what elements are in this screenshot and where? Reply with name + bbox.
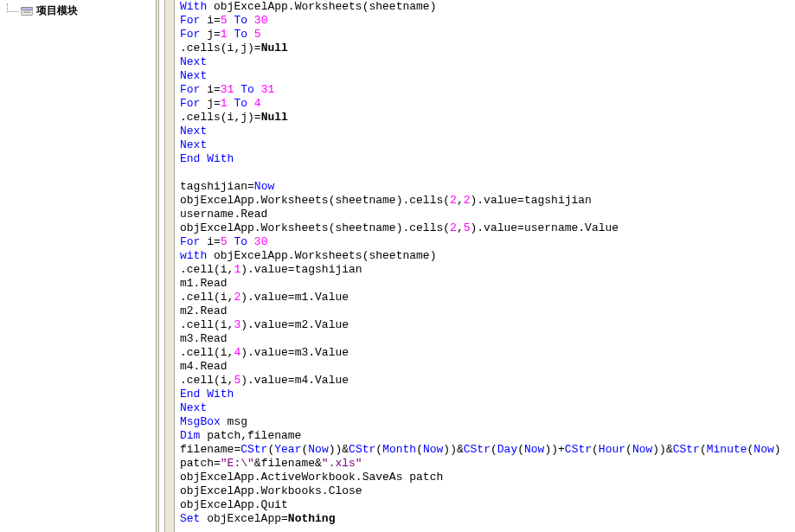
code-line[interactable]: tagshijian=Now <box>180 180 795 194</box>
code-line[interactable]: End With <box>180 388 795 401</box>
code-line[interactable]: Next <box>180 55 795 69</box>
code-line[interactable]: MsgBox msg <box>180 415 795 429</box>
code-line[interactable]: objExcelApp.Worksheets(sheetname).cells(… <box>180 221 795 235</box>
code-token: .cell(i, <box>180 318 234 331</box>
code-line[interactable]: Set objExcelApp=Nothing <box>180 512 795 526</box>
code-line[interactable]: For j=1 To 5 <box>180 28 795 42</box>
code-token: Nothing <box>288 512 336 525</box>
code-line[interactable]: with objExcelApp.Worksheets(sheetname) <box>180 249 795 263</box>
code-token: For <box>180 83 200 96</box>
code-token: ( <box>375 443 382 456</box>
code-line[interactable]: .cell(i,5).value=m4.Value <box>180 374 795 388</box>
code-token: 1 <box>221 28 228 41</box>
code-token: ))& <box>652 443 672 456</box>
code-token: Next <box>180 125 207 138</box>
code-line[interactable]: m2.Read <box>180 304 795 318</box>
code-token: CStr <box>464 443 490 456</box>
code-token: m2.Read <box>180 304 228 317</box>
tree-branch-line <box>7 3 19 12</box>
code-line[interactable]: For j=1 To 4 <box>180 97 795 111</box>
code-token: .cells(i,j)= <box>180 42 261 54</box>
code-token <box>247 14 254 27</box>
code-line[interactable] <box>180 166 795 180</box>
code-token: Now <box>423 443 443 456</box>
code-token: ( <box>416 443 423 456</box>
svg-rect-1 <box>22 7 32 10</box>
code-token: patch,filename <box>200 429 301 442</box>
code-token: Minute <box>707 443 747 456</box>
code-token: To <box>234 14 247 27</box>
code-line[interactable]: username.Read <box>180 208 795 221</box>
code-token: ( <box>625 443 632 456</box>
code-token: with <box>180 249 207 262</box>
code-line[interactable]: With objExcelApp.Worksheets(sheetname) <box>180 0 795 14</box>
code-line[interactable]: Next <box>180 69 795 83</box>
code-token: End With <box>180 388 234 401</box>
code-token: Year <box>274 443 301 456</box>
code-line[interactable]: objExcelApp.Quit <box>180 498 795 512</box>
code-line[interactable]: m1.Read <box>180 277 795 291</box>
code-token: 2 <box>450 194 457 207</box>
code-token: CStr <box>349 443 375 456</box>
code-token: ( <box>592 443 599 456</box>
code-token: CStr <box>565 443 592 456</box>
code-token: 30 <box>254 235 268 248</box>
code-line[interactable]: .cells(i,j)=Null <box>180 42 795 55</box>
code-line[interactable]: .cell(i,1).value=tagshijian <box>180 263 795 277</box>
code-line[interactable]: For i=31 To 31 <box>180 83 795 97</box>
code-token: Month <box>382 443 416 456</box>
code-token: End With <box>180 152 234 165</box>
code-token: ).value=m4.Value <box>240 374 349 387</box>
code-line[interactable]: m3.Read <box>180 332 795 346</box>
code-line[interactable]: patch="E:\"&filename&".xls" <box>180 457 795 471</box>
code-token: 2 <box>464 194 471 207</box>
code-token: m3.Read <box>180 332 228 345</box>
code-token: j= <box>200 28 220 41</box>
tree-item-module[interactable]: 项目模块 <box>0 0 156 22</box>
code-line[interactable]: For i=5 To 30 <box>180 235 795 249</box>
code-line[interactable]: Next <box>180 125 795 138</box>
code-token: To <box>234 235 247 248</box>
code-token: j= <box>200 97 220 110</box>
code-line[interactable]: objExcelApp.Worksheets(sheetname).cells(… <box>180 194 795 208</box>
code-token <box>247 28 254 41</box>
code-line[interactable]: m4.Read <box>180 360 795 374</box>
code-token: Null <box>261 111 288 124</box>
code-line[interactable]: Next <box>180 138 795 152</box>
splitter-bar[interactable] <box>156 0 159 532</box>
code-token: Now <box>632 443 652 456</box>
code-line[interactable]: .cells(i,j)=Null <box>180 111 795 125</box>
code-token: objExcelApp.Worksheets(sheetname).cells( <box>180 194 450 207</box>
code-token: i= <box>200 83 220 96</box>
code-token: objExcelApp.Quit <box>180 498 288 511</box>
code-token: ))& <box>329 443 349 456</box>
code-line[interactable]: .cell(i,2).value=m1.Value <box>180 291 795 304</box>
code-line[interactable]: filename=CStr(Year(Now))&CStr(Month(Now)… <box>180 443 795 457</box>
code-token: .cell(i, <box>180 346 234 359</box>
code-token: 5 <box>254 28 261 41</box>
code-token: 30 <box>254 14 268 27</box>
code-line[interactable]: .cell(i,3).value=m2.Value <box>180 318 795 332</box>
code-token: tagshijian= <box>180 180 254 193</box>
code-line[interactable]: Next <box>180 401 795 415</box>
code-token: .cell(i, <box>180 374 234 387</box>
code-line[interactable]: End With <box>180 152 795 166</box>
code-line[interactable]: objExcelApp.ActiveWorkbook.SaveAs patch <box>180 471 795 484</box>
code-token: Set <box>180 512 200 525</box>
code-token: objExcelApp.ActiveWorkbook.SaveAs patch <box>180 471 443 484</box>
code-token: &filename& <box>254 457 322 470</box>
code-token: objExcelApp.Worksheets(sheetname) <box>207 0 436 13</box>
code-token <box>247 235 254 248</box>
code-token: 2 <box>450 221 457 234</box>
code-editor[interactable]: With objExcelApp.Worksheets(sheetname)Fo… <box>180 0 795 532</box>
code-token: patch= <box>180 457 221 470</box>
code-token: To <box>234 97 247 110</box>
margin-gutter <box>164 0 175 532</box>
code-token: objExcelApp.Worksheets(sheetname).cells( <box>180 221 450 234</box>
code-line[interactable]: .cell(i,4).value=m3.Value <box>180 346 795 360</box>
code-line[interactable]: objExcelApp.Workbooks.Close <box>180 484 795 498</box>
code-token: objExcelApp= <box>200 512 287 525</box>
code-line[interactable]: For i=5 To 30 <box>180 14 795 28</box>
code-line[interactable]: Dim patch,filename <box>180 429 795 443</box>
code-token: For <box>180 235 200 248</box>
